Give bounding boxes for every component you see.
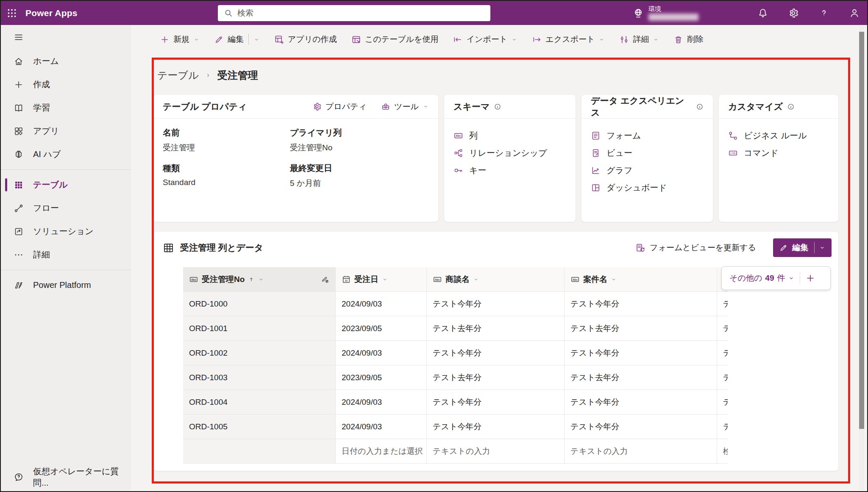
use-table-icon (351, 35, 361, 44)
environment-switcher[interactable]: 環境 (632, 5, 698, 20)
edit-split-button[interactable]: 編集 (773, 238, 832, 257)
info-icon[interactable] (494, 103, 501, 111)
cell[interactable]: テスト去年分 (565, 316, 717, 341)
business-rules-link[interactable]: ビジネス ルール (728, 127, 829, 144)
text-input-cell[interactable]: テキストの入力 (427, 439, 565, 464)
scrollbar-thumb[interactable] (859, 32, 864, 429)
chevron-down-icon[interactable] (819, 244, 826, 251)
info-icon[interactable] (787, 103, 795, 111)
chevron-down-icon[interactable] (611, 276, 617, 282)
more-columns-button[interactable]: その他の 49 件 (729, 273, 795, 284)
sidebar-item-more[interactable]: 詳細 (1, 243, 131, 266)
update-forms-views-button[interactable]: フォームとビューを更新する (635, 242, 756, 253)
chevron-down-icon[interactable] (473, 276, 479, 282)
chevron-down-icon[interactable] (258, 276, 264, 282)
cell[interactable]: テスト今年分 (427, 415, 565, 439)
forms-link[interactable]: フォーム (591, 127, 704, 144)
cell[interactable]: 2024/09/03 (336, 390, 427, 415)
cell[interactable]: ORD-1002 (183, 341, 336, 365)
cell[interactable]: 2024/09/03 (336, 341, 427, 365)
sidebar-item-apps[interactable]: アプリ (1, 119, 131, 143)
pencil-slash-icon[interactable] (320, 275, 329, 284)
cell[interactable]: ORD-1001 (183, 316, 336, 341)
relationships-link[interactable]: リレーションシップ (453, 144, 566, 162)
text-input-cell[interactable]: テキストの入力 (565, 439, 717, 464)
edit-button[interactable]: 編集 (210, 31, 264, 48)
virtual-agent-label: 仮想オペレーターに質問... (33, 466, 131, 489)
columns-link[interactable]: 列 (453, 127, 566, 144)
cell[interactable]: 2023/09/05 (336, 365, 427, 390)
settings-button[interactable] (787, 6, 800, 20)
column-header-order-date[interactable]: 受注日 (336, 267, 427, 292)
cell[interactable]: テ (717, 390, 728, 415)
vertical-scrollbar[interactable] (859, 26, 864, 490)
cell[interactable]: ORD-1003 (183, 365, 336, 390)
virtual-agent-button[interactable]: 仮想オペレーターに質問... (1, 467, 131, 488)
sidebar-collapse-button[interactable] (1, 25, 131, 50)
import-button[interactable]: インポート (448, 31, 522, 48)
sidebar-item-learn[interactable]: 学習 (1, 96, 131, 119)
field-value: 受注管理 (163, 142, 290, 153)
cell[interactable]: テスト去年分 (427, 365, 565, 390)
cell[interactable]: テ (717, 316, 728, 341)
sidebar-item-label: Power Platform (33, 280, 91, 290)
cell[interactable]: 2024/09/03 (336, 292, 427, 316)
cell[interactable]: テスト今年分 (565, 292, 717, 316)
use-table-button[interactable]: このテーブルを使用 (347, 31, 443, 48)
cell[interactable]: 2023/09/05 (336, 316, 427, 341)
cell[interactable]: テスト去年分 (427, 316, 565, 341)
app-launcher-button[interactable] (1, 1, 23, 25)
add-column-button[interactable] (805, 273, 815, 283)
sidebar-item-solutions[interactable]: ソリューション (1, 220, 131, 243)
date-input-cell[interactable]: 日付の入力または選択 (336, 439, 427, 464)
cell[interactable]: テスト今年分 (565, 390, 717, 415)
column-header-order-no[interactable]: 受注管理No (183, 267, 336, 292)
cell[interactable]: テ (717, 292, 728, 316)
help-button[interactable] (817, 6, 831, 20)
keys-link[interactable]: キー (453, 162, 566, 179)
chevron-down-icon[interactable] (382, 276, 388, 282)
input-cell[interactable] (183, 439, 336, 464)
lookup-input-cell[interactable]: 検索 (717, 439, 728, 464)
dashboards-link[interactable]: ダッシュボード (591, 179, 704, 196)
cell[interactable]: テスト今年分 (565, 415, 717, 439)
breadcrumb-tables-link[interactable]: テーブル (157, 69, 199, 82)
notifications-button[interactable] (756, 6, 770, 20)
cell[interactable]: テ (717, 365, 728, 390)
properties-button[interactable]: プロパティ (312, 101, 367, 112)
tools-button[interactable]: ツール (381, 101, 429, 112)
link-label: 列 (469, 130, 478, 141)
cell[interactable]: テスト今年分 (565, 341, 717, 365)
sidebar-item-home[interactable]: ホーム (1, 50, 131, 73)
sidebar-item-flows[interactable]: フロー (1, 196, 131, 220)
sidebar-item-create[interactable]: 作成 (1, 73, 131, 96)
views-link[interactable]: ビュー (591, 144, 704, 162)
cell[interactable]: ORD-1000 (183, 292, 336, 316)
sidebar-item-power-platform[interactable]: Power Platform (1, 274, 131, 297)
sidebar-item-ai-hub[interactable]: AI ハブ (1, 143, 131, 166)
cell[interactable]: テ (717, 415, 728, 439)
link-label: ビジネス ルール (744, 130, 807, 141)
column-header-opportunity[interactable]: 商談名 (427, 267, 565, 292)
account-button[interactable] (848, 6, 861, 20)
commands-link[interactable]: コマンド (728, 144, 829, 162)
cell[interactable]: ORD-1005 (183, 415, 336, 439)
column-header-case[interactable]: 案件名 (565, 267, 717, 292)
cell[interactable]: テ (717, 341, 728, 365)
advanced-button[interactable]: 詳細 (615, 31, 663, 48)
environment-name-redacted (648, 14, 698, 21)
export-button[interactable]: エクスポート (528, 31, 609, 48)
cell[interactable]: テスト去年分 (565, 365, 717, 390)
cell[interactable]: 2024/09/03 (336, 415, 427, 439)
cell[interactable]: テスト今年分 (427, 292, 565, 316)
delete-button[interactable]: 削除 (669, 31, 707, 48)
cell[interactable]: テスト今年分 (427, 390, 565, 415)
search-input[interactable]: 検索 (218, 5, 490, 21)
new-button[interactable]: 新規 (156, 31, 204, 48)
charts-link[interactable]: グラフ (591, 162, 704, 179)
info-icon[interactable] (696, 103, 704, 111)
cell[interactable]: テスト今年分 (427, 341, 565, 365)
sidebar-item-tables[interactable]: テーブル (1, 173, 131, 196)
create-app-button[interactable]: アプリの作成 (270, 31, 341, 48)
cell[interactable]: ORD-1004 (183, 390, 336, 415)
